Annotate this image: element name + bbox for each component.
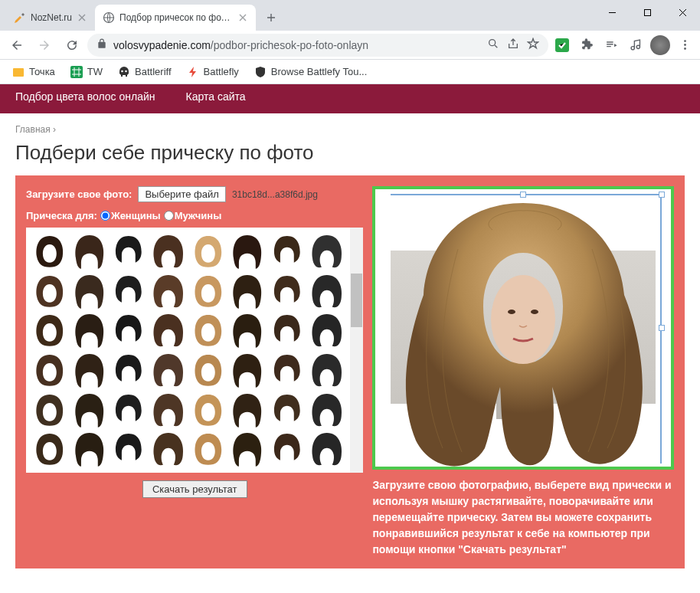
hair-overlay[interactable] bbox=[385, 195, 661, 470]
choose-file-button[interactable]: Выберите файл bbox=[138, 186, 225, 202]
bookmark-battlefly[interactable]: Battlefly bbox=[181, 63, 245, 81]
hair-option[interactable] bbox=[228, 430, 267, 468]
forward-button[interactable] bbox=[32, 33, 57, 57]
hair-option[interactable] bbox=[228, 232, 267, 270]
new-tab-button[interactable] bbox=[260, 7, 282, 28]
hair-option[interactable] bbox=[149, 311, 188, 349]
hair-option[interactable] bbox=[110, 311, 148, 349]
scrollbar-vertical[interactable] bbox=[350, 228, 363, 473]
menu-button[interactable] bbox=[674, 34, 695, 56]
hair-option[interactable] bbox=[110, 232, 148, 270]
download-button[interactable]: Скачать результат bbox=[142, 480, 247, 498]
breadcrumb-home[interactable]: Главная bbox=[15, 124, 51, 135]
radio-male[interactable] bbox=[164, 211, 174, 221]
hair-option[interactable] bbox=[70, 272, 109, 310]
hair-option[interactable] bbox=[228, 391, 267, 429]
hair-option[interactable] bbox=[308, 391, 346, 429]
tab-noznet[interactable]: NozNet.ru bbox=[6, 5, 95, 31]
resize-handle[interactable] bbox=[659, 325, 665, 331]
close-icon[interactable] bbox=[237, 12, 248, 23]
hair-option[interactable] bbox=[149, 391, 188, 429]
resize-handle[interactable] bbox=[659, 192, 665, 198]
hair-option[interactable] bbox=[110, 391, 148, 429]
hair-option[interactable] bbox=[308, 232, 346, 270]
hair-option[interactable] bbox=[268, 351, 306, 389]
tab-active[interactable]: Подбор причесок по фото онла bbox=[95, 5, 256, 31]
left-column: Загрузите свое фото: Выберите файл 31bc1… bbox=[26, 186, 363, 558]
hair-option[interactable] bbox=[70, 430, 109, 468]
hair-option[interactable] bbox=[308, 311, 346, 349]
hair-option[interactable] bbox=[189, 232, 227, 270]
bookmark-battleriff[interactable]: Battleriff bbox=[112, 63, 177, 81]
hair-option[interactable] bbox=[149, 272, 188, 310]
share-icon[interactable] bbox=[507, 38, 519, 52]
hair-option[interactable] bbox=[70, 232, 109, 270]
back-button[interactable] bbox=[5, 33, 29, 57]
svg-point-4 bbox=[684, 40, 686, 42]
preview-area[interactable] bbox=[372, 186, 674, 470]
minimize-button[interactable] bbox=[594, 0, 630, 25]
music-icon[interactable] bbox=[625, 34, 646, 56]
close-window-button[interactable] bbox=[665, 0, 700, 25]
hair-option[interactable] bbox=[110, 272, 148, 310]
extensions-icon[interactable] bbox=[576, 34, 597, 56]
adblock-icon[interactable] bbox=[551, 34, 573, 56]
hair-option[interactable] bbox=[70, 391, 109, 429]
radio-female[interactable] bbox=[100, 211, 110, 221]
hair-option[interactable] bbox=[189, 351, 227, 389]
skull-icon bbox=[118, 66, 130, 78]
hair-option[interactable] bbox=[228, 311, 267, 349]
address-bar[interactable]: volosvypadenie.com/podbor-prichesok-po-f… bbox=[87, 34, 548, 57]
resize-handle[interactable] bbox=[520, 192, 526, 198]
hair-option[interactable] bbox=[31, 232, 69, 270]
hair-option[interactable] bbox=[189, 430, 227, 468]
hair-option[interactable] bbox=[31, 272, 69, 310]
hair-option[interactable] bbox=[189, 391, 227, 429]
bookmarks-bar: Точка TW Battleriff Battlefly Browse Bat… bbox=[0, 60, 700, 84]
hair-option[interactable] bbox=[189, 272, 227, 310]
svg-rect-8 bbox=[70, 66, 83, 78]
hair-option[interactable] bbox=[149, 232, 188, 270]
tab-title: NozNet.ru bbox=[31, 12, 72, 23]
hair-option[interactable] bbox=[70, 311, 109, 349]
folder-icon bbox=[12, 66, 25, 78]
wrench-icon bbox=[14, 11, 26, 24]
hair-option[interactable] bbox=[31, 391, 69, 429]
upload-label: Загрузите свое фото: bbox=[26, 188, 132, 200]
globe-icon bbox=[103, 11, 115, 24]
nav-item[interactable]: Карта сайта bbox=[186, 87, 246, 106]
hair-option[interactable] bbox=[31, 311, 69, 349]
zoom-icon[interactable] bbox=[487, 38, 499, 52]
profile-avatar[interactable] bbox=[649, 34, 671, 56]
hair-option[interactable] bbox=[228, 272, 267, 310]
bookmark-star-icon[interactable] bbox=[527, 38, 539, 52]
hair-option[interactable] bbox=[268, 430, 306, 468]
close-icon[interactable] bbox=[77, 12, 87, 23]
scrollbar-thumb[interactable] bbox=[351, 274, 362, 327]
hair-option[interactable] bbox=[308, 351, 346, 389]
nav-item[interactable]: Подбор цвета волос онлайн bbox=[15, 87, 155, 106]
hair-option[interactable] bbox=[149, 351, 188, 389]
gender-male-option[interactable]: Мужчины bbox=[164, 210, 222, 221]
hair-option[interactable] bbox=[268, 311, 306, 349]
bookmark-battlefy[interactable]: Browse Battlefy Tou... bbox=[248, 63, 374, 81]
playlist-icon[interactable] bbox=[600, 34, 622, 56]
hair-option[interactable] bbox=[189, 311, 227, 349]
hair-option[interactable] bbox=[110, 430, 148, 468]
bookmark-tochka[interactable]: Точка bbox=[6, 63, 61, 81]
hair-option[interactable] bbox=[268, 391, 306, 429]
maximize-button[interactable] bbox=[630, 0, 665, 25]
hair-option[interactable] bbox=[31, 351, 69, 389]
hair-option[interactable] bbox=[308, 430, 346, 468]
hair-option[interactable] bbox=[31, 430, 69, 468]
hair-option[interactable] bbox=[308, 272, 346, 310]
hair-option[interactable] bbox=[149, 430, 188, 468]
gender-female-option[interactable]: Женщины bbox=[100, 210, 161, 221]
hair-option[interactable] bbox=[110, 351, 148, 389]
bookmark-tw[interactable]: TW bbox=[64, 63, 109, 81]
hair-option[interactable] bbox=[268, 272, 306, 310]
hair-option[interactable] bbox=[70, 351, 109, 389]
hair-option[interactable] bbox=[268, 232, 306, 270]
reload-button[interactable] bbox=[60, 33, 84, 57]
hair-option[interactable] bbox=[228, 351, 267, 389]
